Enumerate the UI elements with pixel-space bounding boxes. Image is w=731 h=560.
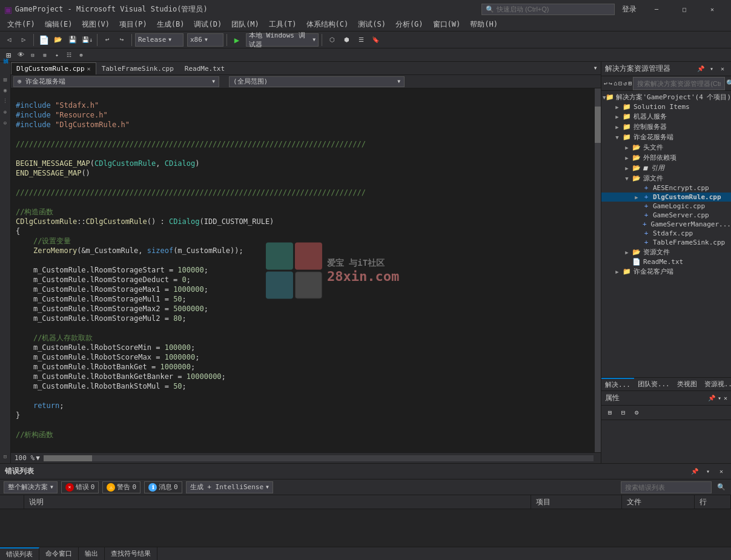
tree-item-resource-files[interactable]: ▶ 📂 资源文件 <box>601 247 731 257</box>
tab-dlgcustomrule-close[interactable]: ✕ <box>87 65 91 72</box>
member-dropdown[interactable]: (全局范围) ▼ <box>229 76 405 87</box>
sidebar-icon-2[interactable]: ⊞ <box>39 49 51 61</box>
se-btn-home[interactable]: ⌂ <box>614 77 617 90</box>
tree-item-gameserver[interactable]: + GameServer.cpp <box>601 211 731 220</box>
redo-button[interactable]: ↪ <box>115 33 128 47</box>
menu-tools[interactable]: 工具(T) <box>264 18 302 31</box>
tab-tableframesink[interactable]: TableFrameSink.cpp <box>96 62 179 74</box>
error-panel-pin[interactable]: 📌 <box>690 467 700 476</box>
error-badge-errors[interactable]: ✕ 错误 0 <box>61 481 99 493</box>
se-btn-refresh[interactable]: ↺ <box>623 77 627 90</box>
tb-extra-btn-3[interactable]: ☰ <box>354 33 368 47</box>
props-btn-2[interactable]: ⊟ <box>617 407 629 419</box>
se-close-button[interactable]: ✕ <box>718 64 727 74</box>
maximize-button[interactable]: □ <box>670 0 698 18</box>
tb-extra-btn-1[interactable]: ⬡ <box>325 33 339 47</box>
sidebar-icon-4[interactable]: ☷ <box>63 49 75 61</box>
error-tab-command[interactable]: 命令窗口 <box>39 547 79 561</box>
vertical-scrollbar[interactable] <box>595 88 601 452</box>
new-file-button[interactable]: 📄 <box>37 33 50 47</box>
sidebar-icon-tool6[interactable]: ⊖ <box>1 118 10 128</box>
menu-window[interactable]: 窗口(W) <box>428 18 466 31</box>
se-tab-team[interactable]: 团队资... <box>634 378 673 390</box>
sidebar-icon-1[interactable]: ⊟ <box>27 49 39 61</box>
message-badge[interactable]: ℹ 消息 0 <box>144 481 182 493</box>
error-panel-close[interactable]: ✕ <box>716 467 726 476</box>
platform-dropdown[interactable]: x86 ▼ <box>187 33 223 47</box>
save-all-button[interactable]: 💾↓ <box>81 33 94 47</box>
close-button[interactable]: ✕ <box>698 0 726 18</box>
tree-item-headers[interactable]: ▶ 📂 头文件 <box>601 142 731 153</box>
sidebar-icon-tool7[interactable]: ⊡ <box>1 452 10 461</box>
col-number[interactable] <box>0 495 24 509</box>
se-tab-solution[interactable]: 解决... <box>601 378 634 390</box>
tb-extra-btn-4[interactable]: 🔖 <box>369 33 382 47</box>
tree-item-solution-items[interactable]: ▶ 📁 Solution Items <box>601 102 731 111</box>
back-button[interactable]: ◁ <box>2 33 16 47</box>
tree-item-tableframesink[interactable]: + TableFrameSink.cpp <box>601 238 731 247</box>
sidebar-icon-tool2[interactable]: ▤ <box>1 74 10 84</box>
se-tab-classview[interactable]: 类视图 <box>673 378 701 390</box>
props-btn-3[interactable]: ⚙ <box>630 407 643 419</box>
open-file-button[interactable]: 📂 <box>51 33 65 47</box>
sidebar-icon-tool4[interactable]: ⋮ <box>1 96 10 106</box>
menu-test[interactable]: 测试(S) <box>353 18 391 31</box>
menu-architecture[interactable]: 体系结构(C) <box>302 18 354 31</box>
se-btn-2[interactable]: ↪ <box>609 77 612 90</box>
tree-item-external-deps[interactable]: ▶ 📂 外部依赖项 <box>601 153 731 163</box>
error-search-input[interactable] <box>621 481 712 493</box>
props-close[interactable]: ✕ <box>724 395 727 401</box>
tree-item-source-files[interactable]: ▼ 📂 源文件 <box>601 173 731 183</box>
quick-launch-input[interactable] <box>497 5 594 13</box>
props-pin[interactable]: 📌 <box>708 395 715 401</box>
tab-readme[interactable]: ReadMe.txt <box>179 62 230 74</box>
menu-project[interactable]: 项目(P) <box>114 18 152 31</box>
tb-extra-btn-2[interactable]: ⬢ <box>340 33 353 47</box>
menu-view[interactable]: 视图(V) <box>77 18 114 31</box>
tree-item-robot-service[interactable]: ▶ 📁 机器人服务 <box>601 111 731 122</box>
error-tab-output[interactable]: 输出 <box>79 547 105 561</box>
save-button[interactable]: 💾 <box>66 33 79 47</box>
error-tab-errorlist[interactable]: 错误列表 <box>0 547 39 561</box>
se-tab-resourceview[interactable]: 资源视... <box>701 378 731 390</box>
error-tab-findsymbol[interactable]: 查找符号结果 <box>105 547 157 561</box>
menu-analyze[interactable]: 分析(G) <box>391 18 428 31</box>
se-search-icon[interactable]: 🔍 <box>726 77 731 90</box>
tree-item-readme[interactable]: 📄 ReadMe.txt <box>601 257 731 266</box>
forward-button[interactable]: ▷ <box>17 33 30 47</box>
tab-dropdown[interactable]: ▾ <box>590 61 601 74</box>
tree-item-fraud-client[interactable]: ▶ 📁 诈金花客户端 <box>601 266 731 277</box>
tree-item-control-server[interactable]: ▶ 📁 控制服务器 <box>601 122 731 132</box>
error-panel-dropdown[interactable]: ▾ <box>703 467 713 476</box>
menu-edit[interactable]: 编辑(E) <box>40 18 78 31</box>
sidebar-icon-3[interactable]: ✦ <box>51 49 63 61</box>
debug-dropdown[interactable]: 本地 Windows 调试器 ▼ <box>246 33 319 47</box>
error-search-icon[interactable]: 🔍 <box>715 481 727 493</box>
sidebar-icon-tool5[interactable]: ⊕ <box>1 107 10 117</box>
menu-help[interactable]: 帮助(H) <box>465 18 503 31</box>
col-description[interactable]: 说明 <box>24 495 531 509</box>
menu-debug[interactable]: 调试(D) <box>189 18 227 31</box>
h-scrollbar-thumb[interactable] <box>44 455 92 461</box>
tree-item-solution[interactable]: ▼ 📁 解决方案'GameProject'(4 个项目) <box>601 92 731 102</box>
horizontal-scrollbar[interactable] <box>44 455 594 461</box>
col-project[interactable]: 项目 <box>531 495 622 509</box>
code-editor[interactable]: #include "Stdafx.h" #include "Resource.h… <box>11 88 601 452</box>
se-dropdown-button[interactable]: ▾ <box>707 64 716 74</box>
scrollbar-thumb[interactable] <box>595 107 601 143</box>
se-pin-button[interactable]: 📌 <box>696 64 706 74</box>
menu-build[interactable]: 生成(B) <box>152 18 190 31</box>
class-dropdown[interactable]: ⊕ 诈金花服务端 ▼ <box>13 76 219 87</box>
menu-team[interactable]: 团队(M) <box>227 18 264 31</box>
tree-item-gameservermanager[interactable]: + GameServerManager... <box>601 220 731 229</box>
undo-button[interactable]: ↩ <box>101 33 114 47</box>
config-dropdown[interactable]: Release ▼ <box>135 33 184 47</box>
error-scope-dropdown[interactable]: 整个解决方案 ▼ <box>4 481 58 493</box>
col-line[interactable]: 行 <box>695 495 731 509</box>
tree-item-dlgcustomrule[interactable]: ▶ + DlgCustomRule.cpp <box>601 193 731 202</box>
tree-item-fraud-server[interactable]: ▼ 📁 诈金花服务端 <box>601 132 731 142</box>
tree-item-stdafx[interactable]: + Stdafx.cpp <box>601 229 731 238</box>
menu-file[interactable]: 文件(F) <box>2 18 40 31</box>
warning-badge[interactable]: ⚠ 警告 0 <box>102 481 141 493</box>
zoom-dropdown-arrow[interactable]: ▼ <box>36 454 40 462</box>
